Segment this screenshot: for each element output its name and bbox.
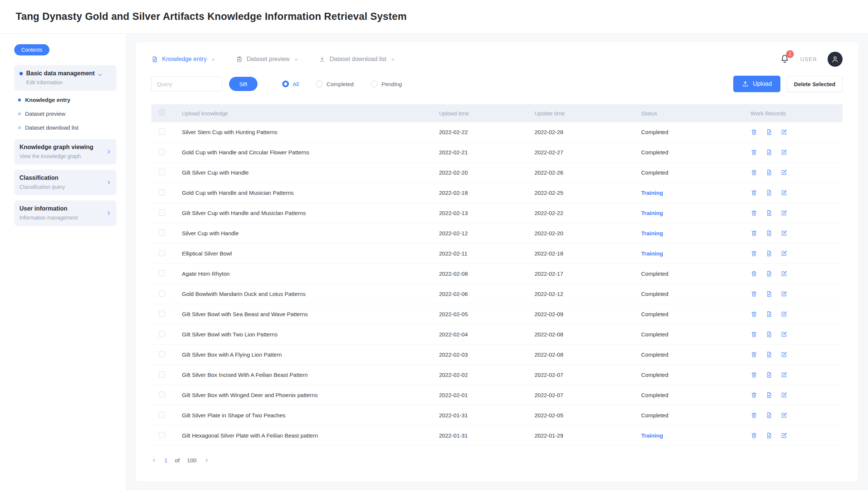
radio-all[interactable]: All bbox=[282, 81, 299, 87]
delete-icon[interactable] bbox=[750, 128, 758, 136]
edit-icon[interactable] bbox=[780, 128, 788, 136]
sidebar-item-dataset-download-list[interactable]: Dataset download list bbox=[18, 124, 116, 131]
sidebar-item-label: Dataset preview bbox=[25, 111, 66, 117]
sidebar-section-user-information[interactable]: User information Information management bbox=[14, 200, 116, 226]
notification-bell-icon[interactable]: 1 bbox=[780, 54, 790, 65]
file-icon[interactable] bbox=[765, 331, 773, 338]
radio-label: Pending bbox=[381, 81, 402, 87]
edit-icon[interactable] bbox=[780, 290, 788, 297]
tab-dataset-download-list[interactable]: Dataset download list × bbox=[319, 56, 395, 63]
edit-icon[interactable] bbox=[780, 331, 788, 338]
delete-icon[interactable] bbox=[750, 169, 758, 176]
close-icon[interactable]: × bbox=[392, 56, 395, 63]
delete-icon[interactable] bbox=[750, 250, 758, 257]
delete-icon[interactable] bbox=[750, 412, 758, 419]
edit-icon[interactable] bbox=[780, 371, 788, 378]
sidebar-item-knowledge-entry[interactable]: Knowledge entry bbox=[18, 97, 116, 103]
delete-selected-button[interactable]: Delete Selected bbox=[787, 76, 843, 92]
edit-icon[interactable] bbox=[780, 351, 788, 358]
chevron-down-icon bbox=[97, 72, 103, 78]
edit-icon[interactable] bbox=[780, 149, 788, 156]
tab-dataset-preview[interactable]: Dataset preview × bbox=[236, 56, 298, 63]
current-page[interactable]: 1 bbox=[164, 457, 167, 463]
sidebar-section-knowledge-graph-viewing[interactable]: Knowledge graph viewing View the knowled… bbox=[14, 139, 116, 164]
delete-icon[interactable] bbox=[750, 270, 758, 277]
sidebar-section-basic-data-management[interactable]: Basic data management Edit information bbox=[14, 65, 116, 91]
row-checkbox[interactable] bbox=[159, 270, 165, 276]
edit-icon[interactable] bbox=[780, 209, 788, 217]
next-page-icon[interactable] bbox=[204, 457, 210, 463]
row-checkbox[interactable] bbox=[159, 412, 165, 418]
sidebar-section-classification[interactable]: Classification Classification query bbox=[14, 170, 116, 195]
sift-button[interactable]: Sift bbox=[229, 77, 258, 91]
row-checkbox[interactable] bbox=[159, 290, 165, 297]
file-icon[interactable] bbox=[765, 128, 773, 136]
delete-icon[interactable] bbox=[750, 371, 758, 378]
delete-icon[interactable] bbox=[750, 432, 758, 439]
row-checkbox[interactable] bbox=[159, 209, 165, 216]
delete-icon[interactable] bbox=[750, 230, 758, 237]
row-checkbox[interactable] bbox=[159, 230, 165, 236]
edit-icon[interactable] bbox=[780, 412, 788, 419]
sidebar-item-dataset-preview[interactable]: Dataset preview bbox=[18, 111, 116, 117]
file-icon[interactable] bbox=[765, 412, 773, 419]
delete-icon[interactable] bbox=[750, 290, 758, 297]
query-input[interactable] bbox=[151, 76, 222, 91]
delete-icon[interactable] bbox=[750, 311, 758, 318]
file-icon[interactable] bbox=[765, 432, 773, 439]
row-knowledge-title: Gilt Silver Box Incised With A Feilian B… bbox=[182, 372, 439, 378]
file-icon[interactable] bbox=[765, 189, 773, 196]
row-work-records bbox=[750, 149, 843, 156]
edit-icon[interactable] bbox=[780, 270, 788, 277]
avatar[interactable] bbox=[828, 52, 843, 67]
edit-icon[interactable] bbox=[780, 169, 788, 176]
file-icon[interactable] bbox=[765, 230, 773, 237]
radio-completed[interactable]: Completed bbox=[316, 81, 354, 87]
table-row: Silver Cup with Handle 2022-02-12 2022-0… bbox=[151, 223, 843, 244]
delete-icon[interactable] bbox=[750, 391, 758, 399]
row-checkbox[interactable] bbox=[159, 169, 165, 175]
row-checkbox[interactable] bbox=[159, 189, 165, 196]
upload-button[interactable]: Upload bbox=[733, 76, 780, 92]
file-icon[interactable] bbox=[765, 250, 773, 257]
delete-icon[interactable] bbox=[750, 209, 758, 217]
file-icon[interactable] bbox=[765, 311, 773, 318]
row-status: Completed bbox=[641, 129, 750, 135]
row-checkbox[interactable] bbox=[159, 128, 165, 135]
file-icon[interactable] bbox=[765, 209, 773, 217]
row-checkbox[interactable] bbox=[159, 250, 165, 256]
edit-icon[interactable] bbox=[780, 189, 788, 196]
file-icon[interactable] bbox=[765, 290, 773, 297]
edit-icon[interactable] bbox=[780, 250, 788, 257]
select-all-checkbox[interactable] bbox=[159, 109, 165, 116]
edit-icon[interactable] bbox=[780, 311, 788, 318]
row-checkbox[interactable] bbox=[159, 331, 165, 337]
tab-knowledge-entry[interactable]: Knowledge entry × bbox=[151, 56, 215, 63]
contents-badge[interactable]: Contents bbox=[14, 44, 49, 55]
row-checkbox[interactable] bbox=[159, 391, 165, 398]
row-checkbox[interactable] bbox=[159, 432, 165, 438]
row-checkbox[interactable] bbox=[159, 351, 165, 357]
file-icon[interactable] bbox=[765, 149, 773, 156]
row-work-records bbox=[750, 250, 843, 257]
row-checkbox[interactable] bbox=[159, 311, 165, 317]
delete-icon[interactable] bbox=[750, 189, 758, 196]
delete-icon[interactable] bbox=[750, 331, 758, 338]
close-icon[interactable]: × bbox=[295, 56, 298, 63]
row-checkbox[interactable] bbox=[159, 149, 165, 155]
file-icon[interactable] bbox=[765, 351, 773, 358]
delete-icon[interactable] bbox=[750, 149, 758, 156]
radio-pending[interactable]: Pending bbox=[371, 81, 402, 87]
edit-icon[interactable] bbox=[780, 432, 788, 439]
file-icon[interactable] bbox=[765, 169, 773, 176]
delete-icon[interactable] bbox=[750, 351, 758, 358]
bullet-icon bbox=[18, 112, 21, 115]
close-icon[interactable]: × bbox=[211, 56, 215, 63]
previous-page-icon[interactable] bbox=[151, 457, 157, 463]
file-icon[interactable] bbox=[765, 270, 773, 277]
edit-icon[interactable] bbox=[780, 230, 788, 237]
row-checkbox[interactable] bbox=[159, 371, 165, 378]
file-icon[interactable] bbox=[765, 391, 773, 399]
edit-icon[interactable] bbox=[780, 391, 788, 399]
file-icon[interactable] bbox=[765, 371, 773, 378]
